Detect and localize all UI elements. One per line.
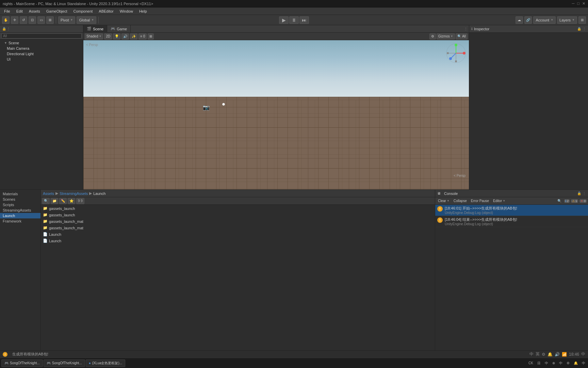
- asset-gassets-launch-mat-1[interactable]: 📁 gassets_launch_mat: [41, 218, 435, 224]
- game-tab[interactable]: 🎮 Game: [107, 25, 131, 33]
- editor-dropdown[interactable]: Editor ▼: [492, 199, 507, 203]
- warning-icon-1: !: [437, 206, 443, 212]
- scene-viewport[interactable]: 📷 X Y Z: [83, 40, 469, 189]
- console-lock-icon[interactable]: 🔒: [577, 191, 581, 195]
- menu-file[interactable]: File: [1, 9, 13, 14]
- inspector-more[interactable]: ⋮: [583, 27, 586, 31]
- hierarchy-main-camera[interactable]: Main Camera: [0, 46, 83, 51]
- fx-btn[interactable]: ✨: [130, 33, 137, 40]
- menu-window[interactable]: Window: [117, 9, 136, 14]
- asset-launch-2[interactable]: 📄 Launch: [41, 238, 435, 244]
- sidebar-item-scenes[interactable]: Scenes: [0, 197, 40, 202]
- play-button[interactable]: ▶: [279, 16, 289, 24]
- 2d-button[interactable]: 2D: [104, 33, 112, 40]
- svg-text:Y: Y: [455, 44, 457, 47]
- scene-gizmo[interactable]: X Y Z: [446, 43, 466, 63]
- shading-dropdown[interactable]: Shaded ▼: [85, 33, 103, 40]
- collab-btn[interactable]: 🔗: [524, 16, 532, 24]
- scene-search-btn[interactable]: 🔍 All: [456, 33, 468, 40]
- console-content: ! [18:46:01] 开始-->>>>生成所有模块的AB包! UnityEn…: [435, 205, 588, 358]
- scene-options[interactable]: ⋮: [464, 27, 469, 31]
- status-icon-3[interactable]: ⚙: [542, 352, 545, 357]
- light-item-label: Directional Light: [7, 52, 34, 56]
- transform-tool[interactable]: ⊞: [46, 16, 54, 24]
- menu-help[interactable]: Help: [136, 9, 150, 14]
- audio-btn[interactable]: 🔊: [121, 33, 129, 40]
- play-controls: ▶ ⏸ ⏭: [279, 16, 309, 24]
- inspector-lock[interactable]: 🔒: [577, 27, 581, 31]
- taskbar-chrome[interactable]: ● (XLua全热更框架)...: [86, 359, 125, 367]
- menu-component[interactable]: Component: [70, 9, 95, 14]
- search-icon-btn[interactable]: 🔍: [42, 198, 50, 204]
- hand-tool[interactable]: ✋: [2, 16, 10, 24]
- menu-abeditor[interactable]: ABEditor: [96, 9, 116, 14]
- menu-edit[interactable]: Edit: [14, 9, 26, 14]
- asset-launch-1[interactable]: 📄 Launch: [41, 231, 435, 237]
- create-btn[interactable]: 📁: [51, 198, 58, 204]
- lighting-btn[interactable]: 💡: [113, 33, 120, 40]
- folder-icon-4: 📁: [43, 226, 48, 230]
- layers-dropdown[interactable]: Layers ▼: [557, 16, 577, 24]
- clear-button[interactable]: Clear ▼: [437, 199, 451, 203]
- error-pause-button[interactable]: Error Pause: [470, 199, 490, 203]
- breadcrumb-streaming[interactable]: StreamingAssets: [60, 191, 88, 196]
- console-icon: 🖥: [437, 191, 441, 195]
- search-console-btn[interactable]: 🔍: [556, 199, 563, 203]
- rotate-tool[interactable]: ↺: [20, 16, 27, 24]
- more-icon: ⋮: [7, 27, 10, 31]
- cloud-btn[interactable]: ☁: [516, 16, 523, 24]
- scene-grid: [83, 97, 469, 189]
- breadcrumb-assets[interactable]: Assets: [43, 191, 54, 196]
- hierarchy-search-input[interactable]: [1, 33, 82, 39]
- status-icon-2[interactable]: 英: [536, 351, 540, 357]
- console-entry-2[interactable]: ! [18:46:04] 结束-->>>>生成所有模块的AB包! UnityEn…: [435, 216, 588, 227]
- sidebar-item-scripts[interactable]: Scripts: [0, 202, 40, 208]
- asset-gassets-launch-mat-2[interactable]: 📁 gassets_launch_mat: [41, 225, 435, 231]
- hierarchy-item[interactable]: ▼ Scene: [0, 40, 83, 46]
- step-button[interactable]: ⏭: [299, 16, 309, 24]
- taskbar-unity[interactable]: 🎮 SongOfTheKnight...: [1, 359, 43, 367]
- sidebar-item-streaming[interactable]: StreamingAssets: [0, 208, 40, 213]
- status-icon-6[interactable]: 📶: [562, 352, 567, 357]
- account-dropdown[interactable]: Account ▼: [533, 16, 556, 24]
- scene-tab[interactable]: 🎬 Scene: [83, 25, 107, 33]
- scene-persp-label: < Persp: [86, 43, 98, 47]
- scene-extra-btn[interactable]: ⊞: [148, 33, 154, 40]
- edit-btn[interactable]: ✏️: [59, 198, 67, 204]
- pause-button[interactable]: ⏸: [289, 16, 299, 24]
- layout-btn[interactable]: ⊞: [578, 16, 586, 24]
- status-icon-1[interactable]: 中: [529, 351, 534, 357]
- sidebar-item-launch[interactable]: Launch: [0, 213, 40, 218]
- menu-gameobject[interactable]: GameObject: [44, 9, 70, 14]
- close-btn[interactable]: ✕: [582, 1, 585, 6]
- minimize-btn[interactable]: ─: [572, 1, 575, 6]
- console-tab[interactable]: Console: [442, 191, 460, 196]
- scene-layers-btn[interactable]: ≡ 0: [138, 33, 147, 40]
- asset-name-4: gassets_launch_mat: [49, 226, 83, 230]
- console-entry-1[interactable]: ! [18:46:01] 开始-->>>>生成所有模块的AB包! UnityEn…: [435, 205, 588, 216]
- pivot-dropdown[interactable]: Pivot ▼: [58, 16, 75, 24]
- global-arrow: ▼: [91, 18, 94, 21]
- status-icon-4[interactable]: 🔔: [548, 352, 553, 357]
- hierarchy-ui[interactable]: UI: [0, 57, 83, 62]
- maximize-btn[interactable]: □: [577, 1, 579, 6]
- hierarchy-directional-light[interactable]: Directional Light: [0, 51, 83, 57]
- taskbar-unity2[interactable]: 🎮 SongOfTheKnight...: [44, 359, 85, 367]
- sidebar-item-materials[interactable]: Materials: [0, 191, 40, 197]
- count-btn[interactable]: 9 9: [76, 198, 84, 204]
- sidebar-item-framework[interactable]: Framework: [0, 218, 40, 224]
- scale-tool[interactable]: ⊡: [29, 16, 36, 24]
- asset-gassets-launch-2[interactable]: 📁 gassets_launch: [41, 212, 435, 218]
- global-dropdown[interactable]: Global ▼: [77, 16, 96, 24]
- star-btn[interactable]: ⭐: [68, 198, 75, 204]
- console-more-icon[interactable]: ⋮: [583, 191, 586, 195]
- gizmos-btn[interactable]: Gizmos ▼: [437, 33, 455, 40]
- scene-settings-btn[interactable]: ⚙: [429, 33, 436, 40]
- asset-name-5: Launch: [49, 232, 61, 236]
- collapse-button[interactable]: Collapse: [452, 199, 468, 203]
- menu-assets[interactable]: Assets: [26, 9, 43, 14]
- asset-gassets-launch-1[interactable]: 📁 gassets_launch: [41, 205, 435, 211]
- move-tool[interactable]: ✛: [11, 16, 18, 24]
- status-icon-5[interactable]: 🔊: [555, 352, 560, 357]
- rect-tool[interactable]: ▭: [37, 16, 45, 24]
